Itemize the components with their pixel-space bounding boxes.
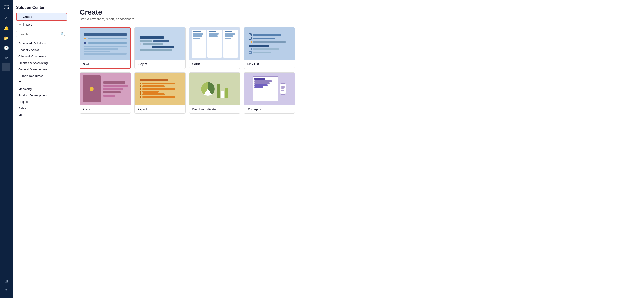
sidebar-item-more[interactable]: More bbox=[16, 112, 67, 118]
sidebar-item-clients[interactable]: Clients & Customers bbox=[16, 53, 67, 60]
card-report-image bbox=[135, 72, 185, 105]
card-tasklist-image: ✓ ✓ bbox=[244, 27, 295, 60]
sidebar-item-finance[interactable]: Finance & Accounting bbox=[16, 60, 67, 66]
search-input[interactable] bbox=[18, 32, 60, 36]
sidebar-item-marketing[interactable]: Marketing bbox=[16, 86, 67, 92]
nav-links: Browse All Solutions Recently Added Clie… bbox=[16, 40, 67, 118]
sidebar-item-create[interactable]: □ Create bbox=[16, 14, 66, 20]
card-workapps[interactable]: WorkApps bbox=[244, 72, 295, 114]
logo-text-1: smart bbox=[2, 4, 10, 7]
search-icon: 🔍 bbox=[61, 32, 64, 36]
card-grid-image bbox=[80, 28, 130, 60]
card-report-label: Report bbox=[135, 105, 185, 113]
create-label: Create bbox=[22, 15, 32, 18]
sidebar-item-browse-all[interactable]: Browse All Solutions bbox=[16, 40, 67, 46]
nav-bar: smart sheet ⌂ 🔔 📁 🕐 ☆ + ⊞ ? bbox=[0, 0, 12, 298]
sidebar-title: Solution Center bbox=[16, 6, 67, 10]
card-form-label: Form bbox=[80, 105, 131, 113]
sidebar-item-it[interactable]: IT bbox=[16, 79, 67, 85]
home-nav-icon[interactable]: ⌂ bbox=[2, 14, 11, 23]
search-box[interactable]: 🔍 bbox=[16, 31, 67, 37]
card-project[interactable]: Project bbox=[134, 27, 186, 69]
bell-nav-icon[interactable]: 🔔 bbox=[2, 24, 11, 33]
star-nav-icon[interactable]: ☆ bbox=[2, 53, 11, 62]
sidebar-item-import[interactable]: ⊣ Import bbox=[16, 21, 67, 28]
card-tasklist[interactable]: ✓ ✓ bbox=[244, 27, 295, 69]
card-dashboard-label: Dashboard/Portal bbox=[189, 105, 240, 113]
card-cards-image bbox=[189, 27, 240, 60]
create-icon: □ bbox=[19, 15, 20, 18]
card-workapps-image bbox=[244, 72, 295, 105]
sidebar-item-general-mgmt[interactable]: General Management bbox=[16, 66, 67, 72]
sidebar: Solution Center □ Create ⊣ Import 🔍 Brow… bbox=[12, 0, 71, 298]
import-icon: ⊣ bbox=[18, 23, 21, 26]
import-label: Import bbox=[23, 23, 32, 26]
sidebar-item-hr[interactable]: Human Resources bbox=[16, 73, 67, 79]
clock-nav-icon[interactable]: 🕐 bbox=[2, 44, 11, 52]
app-logo: smart sheet bbox=[0, 3, 12, 13]
sidebar-item-product-dev[interactable]: Product Development bbox=[16, 92, 67, 98]
cards-grid: Grid bbox=[80, 27, 295, 114]
logo-text-2: sheet bbox=[2, 7, 10, 10]
card-form[interactable]: Form bbox=[80, 72, 131, 114]
dashboard-bar-chart bbox=[217, 80, 228, 98]
page-title: Create bbox=[80, 8, 635, 16]
sidebar-item-recently-added[interactable]: Recently Added bbox=[16, 47, 67, 53]
card-dashboard[interactable]: Dashboard/Portal bbox=[189, 72, 240, 114]
dashboard-pie-chart bbox=[201, 82, 215, 96]
card-form-image bbox=[80, 72, 131, 105]
card-project-label: Project bbox=[135, 60, 185, 68]
main-content: Create Start a new sheet, report, or das… bbox=[71, 0, 644, 298]
add-nav-icon[interactable]: + bbox=[2, 63, 10, 71]
sidebar-item-sales[interactable]: Sales bbox=[16, 105, 67, 111]
help-nav-icon[interactable]: ? bbox=[2, 286, 11, 295]
card-cards-label: Cards bbox=[189, 60, 240, 68]
card-tasklist-label: Task List bbox=[244, 60, 295, 68]
card-project-image bbox=[135, 27, 185, 60]
page-subtitle: Start a new sheet, report, or dashboard bbox=[80, 17, 635, 21]
grid-nav-icon[interactable]: ⊞ bbox=[2, 276, 11, 286]
card-cards[interactable]: Cards bbox=[189, 27, 240, 69]
folder-nav-icon[interactable]: 📁 bbox=[2, 34, 11, 42]
card-workapps-label: WorkApps bbox=[244, 105, 295, 113]
card-dashboard-image bbox=[189, 72, 240, 105]
card-grid[interactable]: Grid bbox=[80, 27, 131, 69]
card-grid-label: Grid bbox=[80, 60, 130, 68]
sidebar-item-projects[interactable]: Projects bbox=[16, 99, 67, 105]
card-report[interactable]: Report bbox=[134, 72, 186, 114]
